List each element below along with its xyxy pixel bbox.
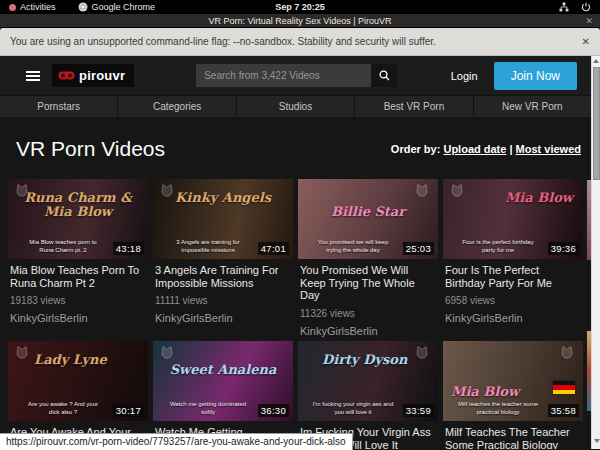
- order-separator: |: [509, 143, 512, 155]
- duration-badge: 35:58: [548, 404, 579, 417]
- tab-close-icon[interactable]: ✕: [585, 16, 593, 26]
- infobar-message: You are using an unsupported command-lin…: [10, 36, 436, 47]
- search-button[interactable]: [371, 64, 397, 87]
- studio-cat-logo-icon: [159, 183, 175, 198]
- video-thumbnail[interactable]: Kinky Angels 3 Angels are training for i…: [153, 179, 293, 259]
- nav-item-best-vr-porn[interactable]: Best VR Porn: [355, 96, 472, 117]
- browser-tab-bar: VR Porn: Virtual Reality Sex Videos | Pi…: [0, 14, 600, 28]
- app-menu-label: Google Chrome: [92, 2, 156, 12]
- channel-link[interactable]: KinkyGirlsBerlin: [300, 325, 436, 337]
- search-icon: [379, 70, 390, 81]
- login-link[interactable]: Login: [451, 70, 478, 82]
- power-icon[interactable]: [581, 2, 591, 12]
- video-thumbnail[interactable]: Mia Blow Milf teaches the teacher some p…: [443, 341, 583, 421]
- order-most-viewed-link[interactable]: Most viewed: [516, 143, 581, 155]
- studio-cat-logo-icon: [414, 183, 430, 198]
- video-title[interactable]: Milf Teaches The Teacher Some Practical …: [445, 426, 581, 449]
- channel-link[interactable]: KinkyGirlsBerlin: [155, 312, 291, 324]
- duration-badge: 43:18: [113, 242, 144, 255]
- thumbnail-caption: Four is the perfect birthday party for m…: [457, 238, 539, 254]
- video-card[interactable]: Mia Blow Four is the perfect birthday pa…: [443, 179, 583, 337]
- video-title[interactable]: You Promised We Will Keep Trying The Who…: [300, 264, 436, 302]
- video-card[interactable]: Kinky Angels 3 Angels are training for i…: [153, 179, 293, 337]
- order-upload-date-link[interactable]: Upload date: [443, 143, 506, 155]
- vr-goggles-icon: [58, 71, 75, 81]
- thumbnail-caption: Watch me getting dominated softly: [167, 400, 249, 416]
- webpage: pirouvr Login Join Now Pornstars Categor…: [0, 56, 591, 449]
- tab-title: VR Porn: Virtual Reality Sex Videos | Pi…: [208, 16, 391, 26]
- activities-button[interactable]: Activities: [9, 2, 56, 12]
- scroll-up-arrow-icon[interactable]: [593, 59, 599, 63]
- page-head: VR Porn Videos Order by: Upload date | M…: [0, 117, 591, 179]
- view-count: 11111 views: [155, 295, 291, 306]
- scrollbar-thumb[interactable]: [593, 67, 600, 180]
- channel-link[interactable]: KinkyGirlsBerlin: [10, 312, 146, 324]
- status-url: https://pirouvr.com/vr-porn-video/779325…: [0, 433, 353, 450]
- order-by-label: Order by:: [391, 143, 441, 155]
- thumbnail-caption: Are you awake ? And your dick also ?: [22, 400, 104, 416]
- thumbnail-caption: Mia Blow teaches porn to Runa Charm pt. …: [22, 238, 104, 254]
- video-card[interactable]: Mia Blow Milf teaches the teacher some p…: [443, 341, 583, 449]
- studio-cat-logo-icon: [14, 183, 30, 198]
- video-thumbnail[interactable]: Dirty Dyson I'm fucking your virgin ass …: [298, 341, 438, 421]
- activities-indicator-icon: [9, 4, 16, 11]
- network-icon[interactable]: [559, 2, 569, 12]
- nav-item-categories[interactable]: Categories: [118, 96, 235, 117]
- site-logo-text: pirouvr: [79, 68, 125, 83]
- video-title[interactable]: Mia Blow Teaches Porn To Runa Charm Pt 2: [10, 264, 146, 289]
- channel-link[interactable]: KinkyGirlsBerlin: [445, 312, 581, 324]
- search-input[interactable]: [196, 64, 371, 87]
- studio-cat-logo-icon: [449, 183, 465, 198]
- video-thumbnail[interactable]: Billie Star You promised we will keep tr…: [298, 179, 438, 259]
- studio-cat-logo-icon: [414, 345, 430, 360]
- video-card[interactable]: Runa Charm & Mia Blow Mia Blow teaches p…: [8, 179, 148, 337]
- nav-item-pornstars[interactable]: Pornstars: [0, 96, 117, 117]
- nav-item-studios[interactable]: Studios: [237, 96, 354, 117]
- view-count: 19183 views: [10, 295, 146, 306]
- scroll-down-arrow-icon[interactable]: [594, 439, 600, 443]
- thumbnail-caption: Milf teaches the teacher some practical …: [457, 400, 539, 416]
- duration-badge: 39:36: [548, 242, 579, 255]
- thumbnail-caption: 3 Angels are training for impossible mis…: [167, 238, 249, 254]
- order-by: Order by: Upload date | Most viewed: [391, 143, 581, 155]
- studio-cat-logo-icon: [559, 345, 575, 360]
- duration-badge: 30:17: [113, 404, 144, 417]
- browser-viewport: pirouvr Login Join Now Pornstars Categor…: [0, 56, 600, 449]
- join-now-button[interactable]: Join Now: [494, 62, 577, 90]
- studio-cat-logo-icon: [14, 345, 30, 360]
- video-thumbnail[interactable]: Runa Charm & Mia Blow Mia Blow teaches p…: [8, 179, 148, 259]
- thumbnail-caption: I'm fucking your virgin ass and you will…: [312, 400, 394, 416]
- infobar-close-icon[interactable]: ✕: [582, 36, 590, 47]
- chrome-icon: [78, 2, 88, 12]
- view-count: 11326 views: [300, 308, 436, 319]
- activities-label: Activities: [20, 2, 56, 12]
- nav-item-new-vr-porn[interactable]: New VR Porn: [474, 96, 591, 117]
- view-count: 6958 views: [445, 295, 581, 306]
- duration-badge: 33:59: [403, 404, 434, 417]
- sandbox-warning-infobar: You are using an unsupported command-lin…: [0, 28, 600, 56]
- german-flag-icon: [553, 381, 575, 394]
- menu-hamburger-icon[interactable]: [26, 69, 40, 83]
- studio-cat-logo-icon: [159, 345, 175, 360]
- video-title[interactable]: 3 Angels Are Training For Impossible Mis…: [155, 264, 291, 289]
- thumbnail-caption: You promised we will keep trying the who…: [312, 238, 394, 254]
- video-thumbnail[interactable]: Lady Lyne Are you awake ? And your dick …: [8, 341, 148, 421]
- site-logo[interactable]: pirouvr: [52, 64, 134, 87]
- duration-badge: 47:01: [258, 242, 289, 255]
- duration-badge: 25:03: [403, 242, 434, 255]
- video-title[interactable]: Four Is The Perfect Birthday Party For M…: [445, 264, 581, 289]
- vertical-scrollbar[interactable]: [591, 56, 600, 449]
- video-card[interactable]: Billie Star You promised we will keep tr…: [298, 179, 438, 337]
- main-nav: Pornstars Categories Studios Best VR Por…: [0, 95, 591, 117]
- page-title: VR Porn Videos: [16, 137, 165, 161]
- video-thumbnail[interactable]: Sweet Analena Watch me getting dominated…: [153, 341, 293, 421]
- video-thumbnail[interactable]: Mia Blow Four is the perfect birthday pa…: [443, 179, 583, 259]
- system-top-bar: Activities Google Chrome Sep 7 20:25: [0, 0, 600, 14]
- duration-badge: 36:30: [258, 404, 289, 417]
- app-menu-button[interactable]: Google Chrome: [78, 2, 156, 12]
- site-header: pirouvr Login Join Now: [0, 56, 591, 95]
- video-grid: Runa Charm & Mia Blow Mia Blow teaches p…: [0, 179, 591, 449]
